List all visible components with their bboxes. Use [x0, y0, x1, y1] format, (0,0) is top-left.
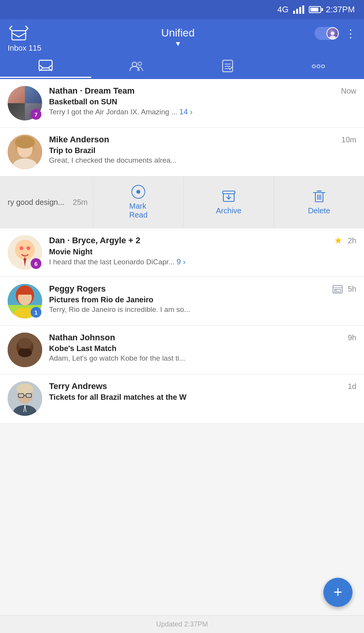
email-item[interactable]: 1 Peggy Rogers 5h	[0, 277, 364, 326]
dropdown-arrow-icon: ▼	[175, 40, 182, 48]
tab-contacts[interactable]	[91, 53, 182, 78]
swiped-email-row: ry good design... 25m MarkRead Archive	[0, 176, 364, 228]
header-title: Unified	[161, 27, 195, 39]
signal-bar-1	[293, 11, 295, 14]
delete-label: Delete	[308, 206, 330, 215]
app-logo[interactable]	[8, 24, 30, 43]
email-content: Nathan Johnson 9h Kobe's Last Match Adam…	[49, 333, 356, 363]
contacts-tab-icon	[129, 59, 144, 73]
email-preview: Adam, Let's go watch Kobe for the last t…	[49, 354, 356, 363]
compose-fab[interactable]: +	[323, 578, 353, 607]
email-item[interactable]: Mike Anderson 10m Trip to Brazil Great, …	[0, 128, 364, 176]
avatar	[8, 381, 42, 416]
more-tab-icon	[312, 63, 325, 69]
tab-more[interactable]	[273, 53, 364, 78]
toggle-knob	[326, 27, 339, 40]
svg-point-13	[15, 136, 35, 148]
tasks-tab-icon	[221, 59, 234, 73]
thread-count: 14 ›	[179, 107, 192, 116]
email-content: Peggy Rogers 5h Pictures from Rio de	[49, 284, 356, 314]
email-content: Dan · Bryce, Argyle + 2 ★ 2h Movie Night…	[49, 235, 356, 266]
svg-point-20	[20, 246, 23, 250]
archive-button[interactable]: Archive	[184, 176, 274, 228]
email-preview: I heard that the last Leonardo DiCapr...…	[49, 257, 356, 266]
email-item[interactable]: Terry Andrews 1d Tickets for all Brazil …	[0, 374, 364, 423]
svg-rect-3	[39, 60, 52, 70]
email-preview: Great, I checked the documents alrea...	[49, 156, 356, 165]
network-indicator: 4G	[277, 5, 289, 15]
logo-icon	[9, 25, 29, 42]
avatar-wrap: 1	[8, 284, 42, 318]
svg-point-2	[329, 36, 336, 39]
avatar-wrap: 7	[8, 86, 42, 120]
avatar-image	[8, 333, 42, 367]
app-header: Inbox 115 Unified ▼ ⋮	[0, 19, 364, 53]
mark-read-button[interactable]: MarkRead	[93, 176, 184, 228]
header-right: ⋮	[315, 27, 356, 40]
email-list: 7 Nathan · Dream Team Now Basketball on …	[0, 79, 364, 423]
tab-tasks[interactable]	[182, 53, 273, 78]
status-bar: 4G 2:37PM	[0, 0, 364, 19]
svg-point-9	[321, 65, 325, 68]
signal-bar-2	[296, 9, 298, 14]
swiped-time: 25m	[70, 176, 93, 228]
email-sender: Nathan · Dream Team	[49, 86, 134, 96]
header-center[interactable]: Unified ▼	[161, 27, 195, 48]
email-time: 1d	[348, 382, 356, 391]
user-silhouette	[328, 30, 337, 39]
signal-bar-4	[302, 5, 304, 14]
inbox-label: Inbox 115	[8, 44, 41, 53]
email-subject: Pictures from Rio de Janeiro	[49, 295, 356, 304]
email-subject: Basketball on SUN	[49, 97, 356, 106]
tab-inbox[interactable]	[0, 53, 91, 78]
battery-icon	[309, 6, 321, 13]
email-sender: Nathan Johnson	[49, 333, 115, 343]
delete-icon	[313, 189, 326, 203]
signal-bars	[293, 5, 304, 14]
unread-badge: 6	[31, 258, 41, 269]
avatar-toggle[interactable]	[315, 27, 339, 40]
email-item[interactable]: 7 Nathan · Dream Team Now Basketball on …	[0, 79, 364, 128]
archive-label: Archive	[216, 206, 242, 215]
avatar	[8, 135, 42, 169]
avatar-image	[8, 381, 42, 416]
swiped-email-partial: ry good design...	[0, 176, 70, 228]
avatar-wrap: 6	[8, 235, 42, 270]
email-subject: Tickets for all Brazil matches at the W	[49, 393, 356, 402]
email-subject: Movie Night	[49, 247, 356, 256]
tab-bar	[0, 53, 364, 78]
user-avatar-toggle	[327, 28, 338, 39]
footer: Updated 2:37PM	[0, 615, 364, 633]
email-time: 10m	[341, 135, 356, 144]
email-time: 2h	[348, 236, 356, 245]
email-time: 5h	[348, 285, 356, 293]
star-icon: ★	[334, 235, 343, 246]
delete-button[interactable]: Delete	[274, 176, 364, 228]
svg-point-8	[317, 65, 320, 68]
svg-rect-36	[18, 394, 24, 397]
swiped-preview: ry good design...	[8, 198, 64, 207]
avatar-wrap	[8, 381, 42, 416]
svg-point-32	[18, 338, 32, 349]
email-content: Terry Andrews 1d Tickets for all Brazil …	[49, 381, 356, 403]
more-menu-button[interactable]: ⋮	[345, 27, 356, 40]
email-sender: Mike Anderson	[49, 135, 109, 145]
thread-count: 9 ›	[177, 257, 185, 266]
email-item[interactable]: Nathan Johnson 9h Kobe's Last Match Adam…	[0, 326, 364, 374]
email-item[interactable]: 6 Dan · Bryce, Argyle + 2 ★ 2h Movie Nig…	[0, 228, 364, 277]
unread-badge: 7	[31, 109, 41, 120]
svg-rect-37	[26, 394, 31, 397]
email-time: 9h	[348, 333, 356, 342]
header-left: Inbox 115	[8, 24, 41, 53]
email-preview: Terry I got the Air Jordan IX. Amazing .…	[49, 107, 356, 116]
mark-read-icon	[131, 185, 145, 199]
svg-point-5	[138, 62, 142, 66]
compose-icon: +	[333, 584, 342, 600]
email-content: Nathan · Dream Team Now Basketball on SU…	[49, 86, 356, 116]
avatar	[8, 333, 42, 367]
unread-badge: 1	[31, 307, 41, 318]
archive-icon	[222, 189, 236, 203]
email-preview: Terry, Rio de Janeiro is incredible. I a…	[49, 305, 356, 314]
svg-point-21	[26, 246, 30, 250]
signal-bar-3	[299, 7, 301, 14]
